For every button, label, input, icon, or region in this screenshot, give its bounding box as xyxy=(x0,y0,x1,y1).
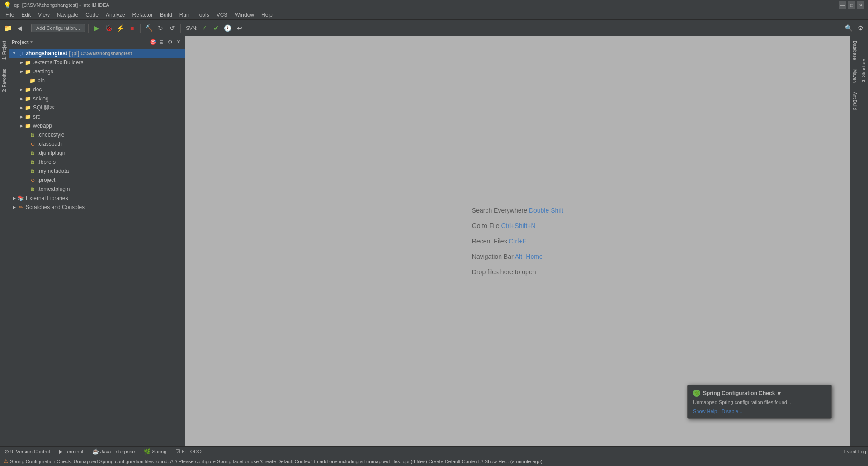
toolbar-separator-2 xyxy=(88,24,89,33)
tree-item-scratches[interactable]: ▶ ✏ Scratches and Consoles xyxy=(9,203,185,212)
database-tab[interactable]: Database xyxy=(852,41,857,60)
tree-item-webapp[interactable]: ▶ 📁 webapp xyxy=(9,121,185,130)
todo-tab[interactable]: ☑ 6: TODO xyxy=(173,447,204,456)
sdklog-arrow: ▶ xyxy=(18,95,24,102)
file-icon: 🗎 xyxy=(29,131,36,138)
menu-help[interactable]: Help xyxy=(258,11,276,19)
svn-history-icon[interactable]: 🕐 xyxy=(223,23,233,33)
menu-refactor[interactable]: Refactor xyxy=(129,11,156,19)
tree-item-extlibs[interactable]: ▶ 📚 External Libraries xyxy=(9,194,185,203)
tree-item-tomcatplugin[interactable]: ▶ 🗎 .tomcatplugin xyxy=(9,185,185,194)
menu-analyze[interactable]: Analyze xyxy=(102,11,129,19)
version-control-tab[interactable]: ⊙ 9: Version Control xyxy=(2,447,52,456)
close-panel-icon[interactable]: ✕ xyxy=(175,38,182,46)
spring-tab[interactable]: 🌿 Spring xyxy=(141,447,169,456)
menu-navigate[interactable]: Navigate xyxy=(53,11,82,19)
title-bar: 💡 qpi [C:\SVN\zhongshangtest] - IntelliJ… xyxy=(0,0,868,10)
tree-item-bin[interactable]: ▶ 📁 bin xyxy=(9,76,185,85)
add-configuration-button[interactable]: Add Configuration... xyxy=(31,24,85,32)
run-button[interactable]: ▶ xyxy=(92,23,102,33)
collapse-icon[interactable]: ⊟ xyxy=(158,38,165,46)
item-label: doc xyxy=(33,86,42,93)
doc-arrow: ▶ xyxy=(18,86,24,93)
project-side-tab[interactable]: 1: Project xyxy=(2,41,7,60)
menu-build[interactable]: Build xyxy=(156,11,176,19)
tree-item-checkstyle[interactable]: ▶ 🗎 .checkstyle xyxy=(9,130,185,139)
undo-icon[interactable]: ↺ xyxy=(167,23,177,33)
reload-icon[interactable]: ↻ xyxy=(156,23,165,33)
hint-goto-file: Go to File Ctrl+Shift+N xyxy=(472,222,536,229)
tree-item-djunitplugin[interactable]: ▶ 🗎 .djunitplugin xyxy=(9,148,185,157)
root-arrow: ▾ xyxy=(11,50,17,57)
folder-icon: 📁 xyxy=(24,86,32,93)
build-icon[interactable]: 🔨 xyxy=(144,23,154,33)
run-config-button[interactable]: ⚡ xyxy=(115,23,125,33)
terminal-icon: ▶ xyxy=(59,448,63,455)
hint-nav-bar: Navigation Bar Alt+Home xyxy=(472,253,543,260)
settings-icon[interactable]: ⚙ xyxy=(855,23,865,33)
svn-ok-icon[interactable]: ✔ xyxy=(211,23,221,33)
maven-tab[interactable]: Maven xyxy=(852,69,857,83)
project-view-icon[interactable]: 📁 xyxy=(3,23,13,33)
tree-item-src[interactable]: ▶ 📁 src xyxy=(9,112,185,121)
folder-icon: 📁 xyxy=(24,122,32,129)
gear-icon[interactable]: ⚙ xyxy=(166,38,174,46)
tree-item-classpath[interactable]: ▶ ⊙ .classpath xyxy=(9,139,185,148)
back-icon[interactable]: ◀ xyxy=(14,23,24,33)
menu-vcs[interactable]: VCS xyxy=(213,11,231,19)
search-everywhere-icon[interactable]: 🔍 xyxy=(844,23,854,33)
settings-arrow: ▶ xyxy=(18,68,24,75)
tree-item-sqlscripts[interactable]: ▶ 📁 SQL脚本 xyxy=(9,103,185,112)
bottom-right: Event Log xyxy=(844,449,866,454)
tree-item-settings[interactable]: ▶ 📁 .settings xyxy=(9,67,185,76)
stop-button[interactable]: ■ xyxy=(127,23,137,33)
terminal-tab[interactable]: ▶ Terminal xyxy=(56,447,86,456)
menu-code[interactable]: Code xyxy=(82,11,102,19)
tree-item-fbprefs[interactable]: ▶ 🗎 .fbprefs xyxy=(9,157,185,166)
menu-view[interactable]: View xyxy=(34,11,53,19)
menu-file[interactable]: File xyxy=(2,11,18,19)
item-label: src xyxy=(33,114,40,120)
item-label: bin xyxy=(38,77,45,84)
tree-item-project[interactable]: ▶ ⊙ .project xyxy=(9,176,185,185)
favorites-side-tab[interactable]: 2: Favorites xyxy=(2,69,7,92)
folder-icon: 📁 xyxy=(24,59,32,66)
tree-item-root[interactable]: ▾ ⬡ zhongshangtest [qpi] C:\SVN\zhongsha… xyxy=(9,49,185,58)
menu-tools[interactable]: Tools xyxy=(193,11,213,19)
close-button[interactable]: ✕ xyxy=(857,1,864,9)
tree-item-externalToolBuilders[interactable]: ▶ 📁 .externalToolBuilders xyxy=(9,58,185,67)
hint-recent-files: Recent Files Ctrl+E xyxy=(472,238,527,245)
menu-window[interactable]: Window xyxy=(231,11,258,19)
spring-icon: 🌿 xyxy=(693,390,700,397)
debug-button[interactable]: 🐞 xyxy=(104,23,113,33)
spring-popup-expand[interactable]: ▾ xyxy=(778,390,781,397)
svn-revert-icon[interactable]: ↩ xyxy=(235,23,245,33)
status-message: Spring Configuration Check: Unmapped Spr… xyxy=(10,459,542,464)
warning-icon: ⚠ xyxy=(4,458,8,464)
event-log-link[interactable]: Event Log xyxy=(844,449,866,454)
java-enterprise-tab[interactable]: ☕ Java Enterprise xyxy=(90,447,137,456)
project-panel-header: Project ▾ 🎯 ⊟ ⚙ ✕ xyxy=(9,36,185,48)
tree-item-doc[interactable]: ▶ 📁 doc xyxy=(9,85,185,94)
main-layout: 1: Project 2: Favorites Project ▾ 🎯 ⊟ ⚙ … xyxy=(0,36,868,446)
spring-label: Spring xyxy=(152,449,166,454)
svn-check-icon[interactable]: ✓ xyxy=(199,23,209,33)
maximize-button[interactable]: □ xyxy=(848,1,855,9)
vc-icon: ⊙ xyxy=(5,448,9,455)
minimize-button[interactable]: — xyxy=(839,1,846,9)
menu-run[interactable]: Run xyxy=(176,11,193,19)
status-bar: ⚠ Spring Configuration Check: Unmapped S… xyxy=(0,456,868,466)
structure-side-tab[interactable]: 3: Structure xyxy=(861,59,866,82)
tree-item-mymetadata[interactable]: ▶ 🗎 .mymetadata xyxy=(9,166,185,176)
tree-item-sdklog[interactable]: ▶ 📁 sdklog xyxy=(9,94,185,103)
locate-icon[interactable]: 🎯 xyxy=(149,38,156,46)
project-icon: ⊙ xyxy=(29,176,36,184)
item-label: webapp xyxy=(33,123,52,129)
ant-build-tab[interactable]: Ant Build xyxy=(852,92,857,110)
spring-show-help-link[interactable]: Show Help xyxy=(693,409,717,414)
mm-icon: 🗎 xyxy=(29,167,36,175)
menu-edit[interactable]: Edit xyxy=(18,11,34,19)
spring-disable-link[interactable]: Disable... xyxy=(722,409,742,414)
fb-icon: 🗎 xyxy=(29,158,36,166)
project-dropdown-arrow[interactable]: ▾ xyxy=(30,39,33,44)
